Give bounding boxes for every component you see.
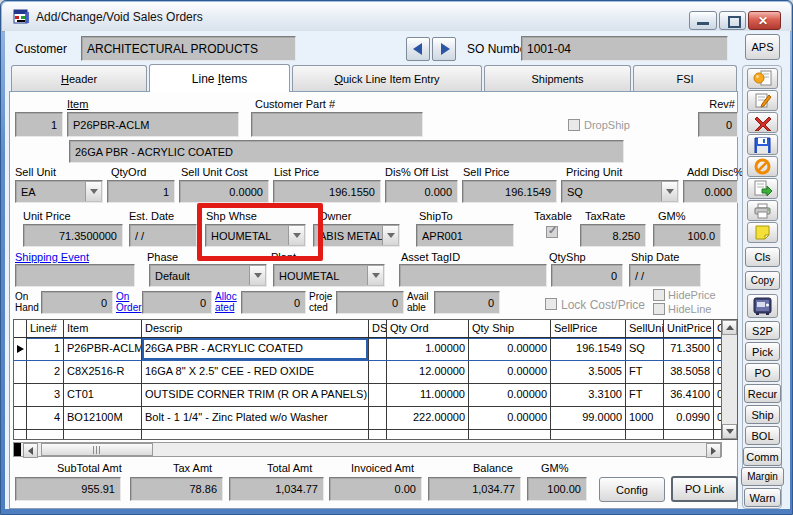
table-row[interactable]: 3CT01OUTSIDE CORNER TRIM (R OR A PANELS)… bbox=[14, 384, 721, 407]
so-number-field[interactable]: 1001-04 bbox=[521, 36, 728, 61]
chevron-down-icon[interactable] bbox=[382, 226, 398, 245]
grid-cell[interactable]: 0.00000 bbox=[469, 384, 551, 406]
projected-field[interactable]: 0 bbox=[336, 291, 404, 314]
grid-cell[interactable]: 11.00000 bbox=[387, 384, 469, 406]
grid-cell[interactable]: Bolt - 1 1/4" - Zinc Plated w/o Washer bbox=[142, 407, 369, 429]
tab-quick-line-item-entry[interactable]: Quick Line Item Entry bbox=[292, 65, 482, 91]
grid-col-header[interactable]: SellPrice bbox=[551, 320, 626, 337]
aps-button[interactable]: APS bbox=[745, 34, 780, 60]
pricing-unit-dropdown[interactable]: SQ bbox=[561, 180, 679, 203]
grid-col-header[interactable]: Line# bbox=[27, 320, 64, 337]
available-field[interactable]: 0 bbox=[434, 291, 500, 314]
grid-col-header[interactable]: SellUnit bbox=[626, 320, 664, 337]
minimize-button[interactable] bbox=[689, 11, 717, 30]
grid-cell[interactable]: 1 bbox=[27, 338, 64, 360]
item-description-field[interactable]: 26GA PBR - ACRYLIC COATED bbox=[69, 140, 624, 163]
grid-cell[interactable]: 71.3500 bbox=[664, 338, 714, 360]
grid-cell[interactable]: 3.3100 bbox=[551, 384, 626, 406]
shipping-event-link[interactable]: Shipping Event bbox=[15, 251, 89, 263]
qty-shp-field[interactable]: 0 bbox=[551, 264, 623, 287]
chevron-down-icon[interactable] bbox=[249, 266, 265, 285]
gm-field[interactable]: 100.0 bbox=[653, 224, 721, 247]
pick-button[interactable]: Pick bbox=[745, 342, 780, 361]
grid-cell[interactable]: 4 bbox=[27, 407, 64, 429]
delete-button[interactable] bbox=[747, 112, 778, 133]
grid-cell[interactable]: C8X2516-R bbox=[64, 361, 142, 383]
grid-cell[interactable]: 00 bbox=[714, 384, 721, 406]
grid-cell[interactable]: 0.0990 bbox=[664, 407, 714, 429]
grid-col-header[interactable]: DS bbox=[369, 320, 387, 337]
grid-cell[interactable]: 36.4100 bbox=[664, 384, 714, 406]
allocated-field[interactable]: 0 bbox=[241, 291, 306, 314]
customer-part-field[interactable] bbox=[251, 112, 423, 137]
scroll-right-button[interactable] bbox=[706, 443, 721, 458]
addl-disc-field[interactable]: 0.000 bbox=[683, 180, 738, 203]
item-field[interactable]: P26PBR-ACLM bbox=[67, 112, 239, 137]
table-row[interactable]: 1P26PBR-ACLM26GA PBR - ACRYLIC COATED1.0… bbox=[14, 338, 721, 361]
save-button[interactable] bbox=[747, 134, 778, 155]
plant-dropdown[interactable]: HOUMETAL bbox=[273, 264, 385, 287]
row-selector-arrow-icon[interactable] bbox=[14, 338, 27, 360]
customer-field[interactable]: ARCHITECTURAL PRODUCTS bbox=[81, 36, 296, 61]
scroll-up-button[interactable] bbox=[722, 320, 737, 335]
grid-cell[interactable]: 00 bbox=[714, 338, 721, 360]
table-row[interactable]: 4BO12100MBolt - 1 1/4" - Zinc Plated w/o… bbox=[14, 407, 721, 430]
chevron-down-icon[interactable] bbox=[661, 182, 677, 201]
list-price-field[interactable]: 196.1550 bbox=[273, 180, 381, 203]
grid-cell[interactable]: 00 bbox=[714, 361, 721, 383]
config-button[interactable]: Config bbox=[599, 477, 665, 502]
cls-button[interactable]: Cls bbox=[745, 247, 780, 267]
line-number-field[interactable]: 1 bbox=[15, 112, 63, 137]
grid-cell[interactable]: 0.00000 bbox=[469, 338, 551, 360]
sell-unit-cost-field[interactable]: 0.0000 bbox=[179, 180, 269, 203]
comm-button[interactable]: Comm bbox=[743, 447, 782, 466]
row-selector[interactable] bbox=[14, 361, 27, 383]
sell-price-field[interactable]: 196.1549 bbox=[462, 180, 557, 203]
po-link-button[interactable]: PO Link bbox=[671, 476, 738, 502]
grid-cell[interactable] bbox=[369, 361, 387, 383]
grid-col-header[interactable]: Item bbox=[64, 320, 142, 337]
ship-date-field[interactable]: / / bbox=[629, 264, 701, 287]
grid-cell[interactable]: P26PBR-ACLM bbox=[64, 338, 142, 360]
qty-ord-field[interactable]: 1 bbox=[107, 180, 175, 203]
recur-button[interactable]: Recur bbox=[744, 384, 781, 403]
s2p-button[interactable]: S2P bbox=[745, 321, 780, 340]
grid-cell[interactable]: 26GA PBR - ACRYLIC COATED bbox=[142, 338, 369, 360]
unit-price-field[interactable]: 71.3500000 bbox=[23, 224, 123, 247]
grid-cell[interactable]: 16GA 8" X 2.5" CEE - RED OXIDE bbox=[142, 361, 369, 383]
chevron-down-icon[interactable] bbox=[85, 182, 101, 201]
grid-cell[interactable]: 0.00000 bbox=[469, 407, 551, 429]
close-button[interactable]: ✕ bbox=[748, 11, 781, 30]
grid-col-header[interactable]: Descrip bbox=[142, 320, 369, 337]
grid-cell[interactable]: 196.1549 bbox=[551, 338, 626, 360]
on-order-field[interactable]: 0 bbox=[142, 291, 212, 314]
allocated-link[interactable]: Allocated bbox=[215, 291, 237, 313]
grid-cell[interactable]: 222.00000 bbox=[387, 407, 469, 429]
warn-button[interactable]: Warn bbox=[744, 488, 781, 507]
margin-button[interactable]: Margin bbox=[741, 467, 784, 486]
total-amt-field[interactable]: 1,034.77 bbox=[229, 477, 324, 501]
grid-col-header[interactable]: Qty Ship bbox=[469, 320, 551, 337]
grid-vertical-scrollbar[interactable] bbox=[721, 320, 737, 439]
grid-cell[interactable] bbox=[369, 407, 387, 429]
chevron-down-icon[interactable] bbox=[367, 266, 383, 285]
grid-cell[interactable]: 00 bbox=[714, 407, 721, 429]
maximize-button[interactable] bbox=[719, 11, 746, 30]
grid-cell[interactable]: 38.5058 bbox=[664, 361, 714, 383]
grid-col-header[interactable]: Cos bbox=[714, 320, 721, 337]
copy-button[interactable]: Copy bbox=[745, 271, 780, 290]
gm-total-field[interactable]: 100.00 bbox=[527, 477, 587, 501]
grid-cell[interactable]: FT bbox=[626, 384, 664, 406]
tab-shipments[interactable]: Shipments bbox=[484, 65, 631, 91]
next-record-button[interactable] bbox=[432, 37, 456, 61]
grid-cell[interactable]: OUTSIDE CORNER TRIM (R OR A PANELS) bbox=[142, 384, 369, 406]
grid-cell[interactable]: 3 bbox=[27, 384, 64, 406]
shp-whse-dropdown[interactable]: HOUMETAL bbox=[205, 224, 306, 247]
grid-cell[interactable] bbox=[369, 384, 387, 406]
grid-cell[interactable]: 2 bbox=[27, 361, 64, 383]
grid-cell[interactable]: 12.00000 bbox=[387, 361, 469, 383]
dis-off-list-field[interactable]: 0.000 bbox=[385, 180, 458, 203]
tab-header[interactable]: Header bbox=[11, 65, 147, 91]
grid-col-header[interactable]: Qty Ord bbox=[387, 320, 469, 337]
row-selector[interactable] bbox=[14, 384, 27, 406]
